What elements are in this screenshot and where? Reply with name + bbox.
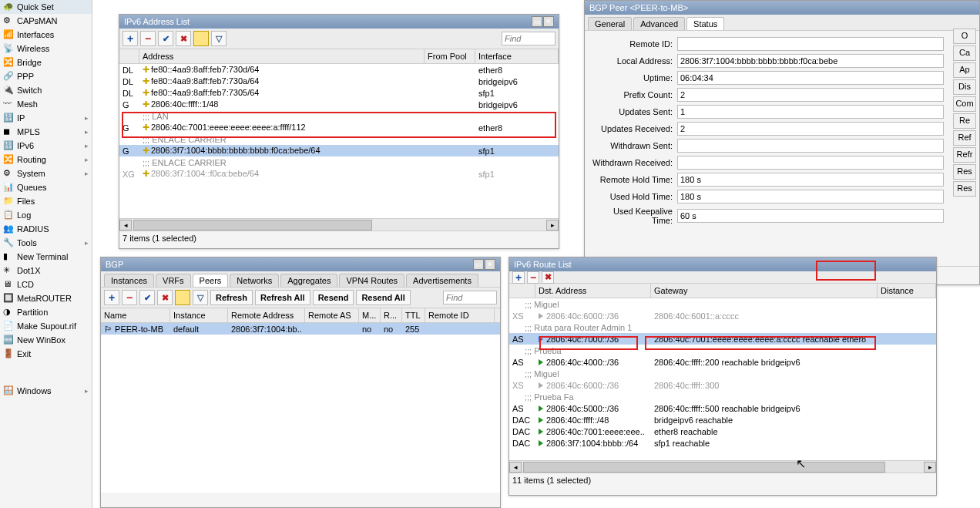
comment-button[interactable] <box>193 31 209 46</box>
close-button[interactable]: ✕ <box>543 16 554 27</box>
route-row[interactable]: AS2806:40c:4000::/362806:40c:ffff::200 r… <box>509 356 936 368</box>
sidebar-item-windows[interactable]: 🪟Windows▸ <box>0 384 92 398</box>
comment-button[interactable] <box>175 290 190 305</box>
tab-aggregates[interactable]: Aggregates <box>280 274 337 287</box>
sidebar-item-metarouter[interactable]: 🔲MetaROUTER <box>0 291 92 305</box>
address-row[interactable]: DL✚fe80::4aa9:8aff:feb7:730a/64bridgeipv… <box>119 76 559 87</box>
minimize-button[interactable]: ▭ <box>473 259 484 270</box>
sidebar-item-dot1x[interactable]: ✳Dot1X <box>0 264 92 278</box>
sidebar-item-queues[interactable]: 📊Queues <box>0 180 92 194</box>
side-button[interactable]: Ref <box>953 130 976 146</box>
col-pool[interactable]: From Pool <box>425 49 475 63</box>
remove-button[interactable]: − <box>140 31 156 46</box>
sidebar-item-mpls[interactable]: ◼MPLS▸ <box>0 125 92 139</box>
window-titlebar[interactable]: IPv6 Route List <box>509 257 936 271</box>
window-titlebar[interactable]: IPv6 Address List ▭ ✕ <box>119 15 559 29</box>
find-input[interactable] <box>443 291 497 304</box>
sidebar-item-log[interactable]: 📋Log <box>0 208 92 222</box>
route-row[interactable]: XS2806:40c:6000::/362806:40c:ffff::300 <box>509 379 936 391</box>
tab-advertisements[interactable]: Advertisements <box>406 274 478 287</box>
filter-button[interactable]: ▽ <box>193 290 208 305</box>
side-button[interactable]: O <box>953 29 976 44</box>
side-button[interactable]: Dis <box>953 79 976 95</box>
sidebar-item-tools[interactable]: 🔧Tools▸ <box>0 236 92 250</box>
col-ttl[interactable]: TTL <box>402 308 425 322</box>
add-button[interactable]: + <box>123 31 138 46</box>
sidebar-item-radius[interactable]: 👥RADIUS <box>0 222 92 236</box>
col-interface[interactable]: Interface <box>475 49 559 63</box>
route-row[interactable]: DAC2806:40c:ffff::/48bridgeipv6 reachabl… <box>509 414 936 426</box>
sidebar-item-new-winbox[interactable]: 🆕New WinBox <box>0 333 92 347</box>
window-titlebar[interactable]: BGP Peer <PEER-to-MB> <box>585 1 979 15</box>
refresh-all-button[interactable]: Refresh All <box>255 290 310 305</box>
side-button[interactable]: Com <box>953 96 976 112</box>
sidebar-item-new-terminal[interactable]: ▮New Terminal <box>0 250 92 264</box>
grid-body[interactable]: DL✚fe80::4aa9:8aff:feb7:730d/64ether8DL✚… <box>119 64 559 218</box>
sidebar-item-interfaces[interactable]: 📶Interfaces <box>0 28 92 42</box>
col-address[interactable]: Address <box>139 49 425 63</box>
sidebar-item-make-supout.rif[interactable]: 📄Make Supout.rif <box>0 319 92 333</box>
window-titlebar[interactable]: BGP ▭ ✕ <box>101 257 500 271</box>
peer-row[interactable]: 🏳 PEER-to-MB default 2806:3f7:1004:bb.. … <box>101 323 500 335</box>
hscrollbar[interactable]: ◂▸ <box>509 460 936 473</box>
disable-button[interactable]: ✖ <box>157 290 173 305</box>
find-input[interactable] <box>502 32 555 45</box>
side-button[interactable]: Res <box>953 164 976 180</box>
col-instance[interactable]: Instance <box>170 308 228 322</box>
add-button[interactable]: + <box>104 290 119 305</box>
disable-button[interactable]: ✖ <box>542 271 554 284</box>
sidebar-item-quick-set[interactable]: 🐢Quick Set <box>0 0 92 14</box>
col-r-[interactable]: R... <box>381 308 402 322</box>
sidebar-item-routing[interactable]: 🔀Routing▸ <box>0 153 92 167</box>
sidebar-item-bridge[interactable]: 🔀Bridge <box>0 56 92 69</box>
col-name[interactable]: Name <box>101 308 170 322</box>
address-row[interactable]: DL✚fe80::4aa9:8aff:feb7:7305/64sfp1 <box>119 87 559 99</box>
tab-vrfs[interactable]: VRFs <box>156 274 191 287</box>
filter-button[interactable]: ▽ <box>211 31 227 46</box>
sidebar-item-lcd[interactable]: 🖥LCD <box>0 278 92 291</box>
tab-vpn4-routes[interactable]: VPN4 Routes <box>339 274 404 287</box>
route-row[interactable]: DAC2806:3f7:1004:bbbb::/64sfp1 reachable <box>509 437 936 449</box>
sidebar-item-capsman[interactable]: ⚙CAPsMAN <box>0 14 92 28</box>
route-row[interactable]: AS2806:40c:7000::/362806:40c:7001:eeee:e… <box>509 333 936 345</box>
tab-general[interactable]: General <box>588 17 632 30</box>
grid-body[interactable]: 🏳 PEER-to-MB default 2806:3f7:1004:bb.. … <box>101 323 500 493</box>
resend-all-button[interactable]: Resend All <box>356 290 410 305</box>
enable-button[interactable]: ✔ <box>139 290 155 305</box>
address-row[interactable]: G✚2806:40c:ffff::1/48bridgeipv6 <box>119 99 559 110</box>
sidebar-item-ipv6[interactable]: 🔢IPv6▸ <box>0 139 92 153</box>
sidebar-item-files[interactable]: 📁Files <box>0 194 92 208</box>
remove-button[interactable]: − <box>122 290 137 305</box>
sidebar-item-ppp[interactable]: 🔗PPP <box>0 69 92 83</box>
col-dst[interactable]: Dst. Address <box>535 284 651 298</box>
side-button[interactable]: Refr <box>953 147 976 163</box>
refresh-button[interactable]: Refresh <box>210 290 253 305</box>
remove-button[interactable]: − <box>527 271 539 284</box>
address-row[interactable]: G✚2806:3f7:1004:bbbb:bbbb:bbbb:f0ca:bebe… <box>119 145 559 156</box>
side-button[interactable]: Ap <box>953 62 976 78</box>
tab-instances[interactable]: Instances <box>104 274 154 287</box>
sidebar-item-exit[interactable]: 🚪Exit <box>0 347 92 361</box>
route-row[interactable]: DAC2806:40c:7001:eeee:eee..ether8 reacha… <box>509 426 936 437</box>
sidebar-item-wireless[interactable]: 📡Wireless <box>0 42 92 56</box>
add-button[interactable]: + <box>512 271 525 284</box>
side-button[interactable]: Res <box>953 181 976 197</box>
sidebar-item-system[interactable]: ⚙System▸ <box>0 167 92 180</box>
tab-peers[interactable]: Peers <box>193 274 229 287</box>
sidebar-item-switch[interactable]: 🔌Switch <box>0 83 92 97</box>
side-button[interactable]: Ca <box>953 45 976 61</box>
disable-button[interactable]: ✖ <box>176 31 191 46</box>
col-m-[interactable]: M... <box>359 308 381 322</box>
address-row[interactable]: G✚2806:40c:7001:eeee:eeee:eeee:a:ffff/11… <box>119 122 559 133</box>
sidebar-item-partition[interactable]: ◑Partition <box>0 305 92 319</box>
col-gateway[interactable]: Gateway <box>651 284 878 298</box>
grid-body[interactable]: ;;; MiguelXS2806:40c:6000::/362806:40c:6… <box>509 298 936 460</box>
address-row[interactable]: DL✚fe80::4aa9:8aff:feb7:730d/64ether8 <box>119 64 559 76</box>
enable-button[interactable]: ✔ <box>158 31 173 46</box>
col-remote-as[interactable]: Remote AS <box>305 308 359 322</box>
minimize-button[interactable]: ▭ <box>532 16 542 27</box>
close-button[interactable]: ✕ <box>485 259 495 270</box>
address-row[interactable]: XG✚2806:3f7:1004::f0ca:bebe/64sfp1 <box>119 168 559 180</box>
col-remote-address[interactable]: Remote Address <box>228 308 305 322</box>
sidebar-item-mesh[interactable]: 〰Mesh <box>0 97 92 111</box>
